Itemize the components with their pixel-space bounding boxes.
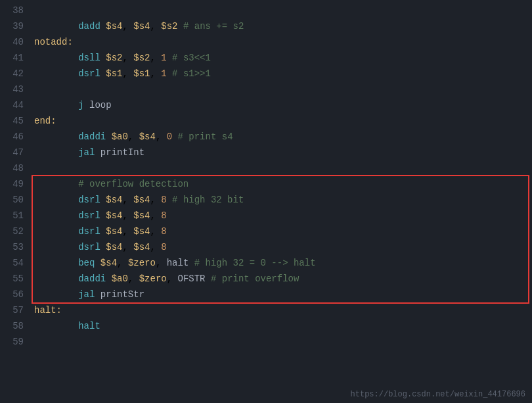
line-number: 59	[0, 334, 32, 350]
line-number: 47	[0, 145, 32, 160]
code-line: 52 dsrl $s4, $s4, 8	[0, 224, 532, 239]
code-line: 42 dsrl $s1, $s1, 1 # s1>>1	[0, 66, 532, 82]
line-code: halt	[32, 318, 532, 334]
line-code: j loop	[32, 97, 532, 113]
line-code: jal printStr	[32, 287, 532, 302]
code-line: 55 daddi $a0, $zero, OFSTR # print overf…	[0, 271, 532, 287]
code-line: 43	[0, 82, 532, 97]
line-code: dsrl $s4, $s4, 8	[32, 239, 532, 255]
line-code: # overflow detection	[32, 176, 532, 192]
line-code: dsrl $s4, $s4, 8 # high 32 bit	[32, 192, 532, 208]
code-line: 38	[0, 3, 532, 18]
line-number: 43	[0, 82, 32, 97]
line-code: notadd:	[32, 34, 532, 50]
code-line: 40notadd:	[0, 34, 532, 50]
code-line: 47 jal printInt	[0, 145, 532, 160]
line-number: 46	[0, 129, 32, 145]
line-number: 38	[0, 3, 32, 18]
line-code: dsrl $s1, $s1, 1 # s1>>1	[32, 66, 532, 82]
line-number: 55	[0, 271, 32, 287]
line-number: 56	[0, 287, 32, 302]
code-line: 53 dsrl $s4, $s4, 8	[0, 239, 532, 255]
code-line: 54 beq $s4, $zero, halt # high 32 = 0 --…	[0, 255, 532, 271]
code-editor: 3839 dadd $s4, $s4, $s2 # ans += s240not…	[0, 0, 532, 403]
line-number: 45	[0, 113, 32, 129]
line-code: dsrl $s4, $s4, 8	[32, 224, 532, 239]
code-content: 3839 dadd $s4, $s4, $s2 # ans += s240not…	[0, 0, 532, 403]
line-number: 54	[0, 255, 32, 271]
line-code: daddi $a0, $s4, 0 # print s4	[32, 129, 532, 145]
line-number: 44	[0, 97, 32, 113]
line-number: 52	[0, 224, 32, 239]
line-number: 41	[0, 50, 32, 66]
line-number: 57	[0, 302, 32, 318]
code-line: 44 j loop	[0, 97, 532, 113]
code-line: 59	[0, 334, 532, 350]
line-number: 39	[0, 18, 32, 34]
line-number: 58	[0, 318, 32, 334]
line-code: dsll $s2, $s2, 1 # s3<<1	[32, 50, 532, 66]
line-number: 42	[0, 66, 32, 82]
code-line: 41 dsll $s2, $s2, 1 # s3<<1	[0, 50, 532, 66]
line-number: 49	[0, 176, 32, 192]
line-code: halt:	[32, 302, 532, 318]
line-number: 51	[0, 208, 32, 224]
code-line: 58 halt	[0, 318, 532, 334]
code-line: 48	[0, 160, 532, 176]
code-line: 46 daddi $a0, $s4, 0 # print s4	[0, 129, 532, 145]
watermark: https://blog.csdn.net/weixin_44176696	[351, 390, 525, 399]
line-code: jal printInt	[32, 145, 532, 160]
line-code: daddi $a0, $zero, OFSTR # print overflow	[32, 271, 532, 287]
code-line: 51 dsrl $s4, $s4, 8	[0, 208, 532, 224]
line-number: 40	[0, 34, 32, 50]
code-line: 39 dadd $s4, $s4, $s2 # ans += s2	[0, 18, 532, 34]
line-number: 50	[0, 192, 32, 208]
line-code: beq $s4, $zero, halt # high 32 = 0 --> h…	[32, 255, 532, 271]
line-code: dsrl $s4, $s4, 8	[32, 208, 532, 224]
code-line: 49 # overflow detection	[0, 176, 532, 192]
code-line: 45end:	[0, 113, 532, 129]
line-number: 48	[0, 160, 32, 176]
line-code: end:	[32, 113, 532, 129]
line-number: 53	[0, 239, 32, 255]
line-code: dadd $s4, $s4, $s2 # ans += s2	[32, 18, 532, 34]
code-line: 57halt:	[0, 302, 532, 318]
code-line: 50 dsrl $s4, $s4, 8 # high 32 bit	[0, 192, 532, 208]
code-line: 56 jal printStr	[0, 287, 532, 302]
